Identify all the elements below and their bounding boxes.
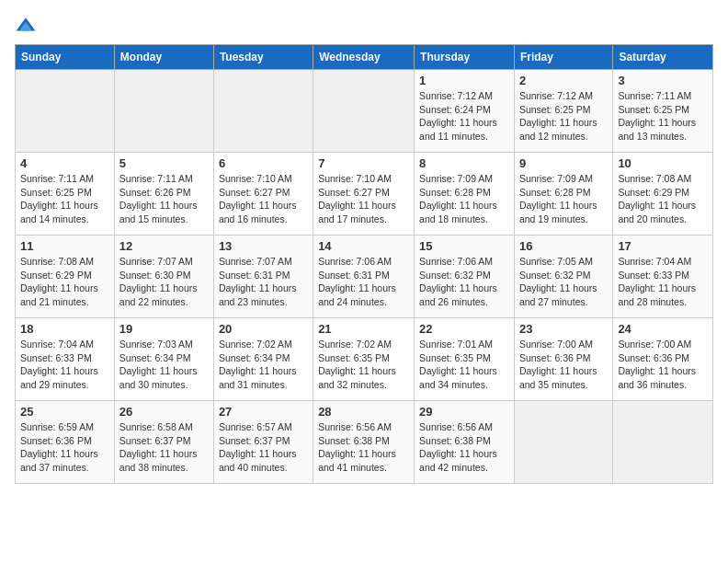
day-number: 26 <box>119 405 209 419</box>
day-info: Sunrise: 7:08 AM Sunset: 6:29 PM Dayligh… <box>20 255 109 309</box>
day-cell: 2Sunrise: 7:12 AM Sunset: 6:25 PM Daylig… <box>514 70 612 153</box>
week-row-3: 11Sunrise: 7:08 AM Sunset: 6:29 PM Dayli… <box>16 236 713 318</box>
day-cell: 26Sunrise: 6:58 AM Sunset: 6:37 PM Dayli… <box>114 401 213 484</box>
day-info: Sunrise: 7:03 AM Sunset: 6:34 PM Dayligh… <box>119 338 209 392</box>
day-info: Sunrise: 7:09 AM Sunset: 6:28 PM Dayligh… <box>519 172 608 226</box>
day-number: 24 <box>618 322 708 336</box>
day-number: 19 <box>119 322 209 336</box>
day-number: 21 <box>318 322 409 336</box>
day-number: 18 <box>20 322 109 336</box>
day-number: 3 <box>618 74 708 87</box>
day-info: Sunrise: 7:11 AM Sunset: 6:25 PM Dayligh… <box>20 172 109 226</box>
day-number: 13 <box>219 239 308 253</box>
day-info: Sunrise: 6:59 AM Sunset: 6:36 PM Dayligh… <box>20 420 109 475</box>
day-number: 15 <box>419 239 509 253</box>
week-row-4: 18Sunrise: 7:04 AM Sunset: 6:33 PM Dayli… <box>16 318 713 401</box>
calendar-header: SundayMondayTuesdayWednesdayThursdayFrid… <box>16 45 713 70</box>
day-info: Sunrise: 7:04 AM Sunset: 6:33 PM Dayligh… <box>618 255 708 309</box>
day-info: Sunrise: 7:12 AM Sunset: 6:24 PM Dayligh… <box>419 89 509 144</box>
page-header <box>15 15 713 37</box>
day-cell: 13Sunrise: 7:07 AM Sunset: 6:31 PM Dayli… <box>213 236 313 318</box>
day-number: 28 <box>318 405 409 419</box>
day-number: 29 <box>419 405 509 419</box>
col-header-saturday: Saturday <box>613 45 713 70</box>
day-cell: 16Sunrise: 7:05 AM Sunset: 6:32 PM Dayli… <box>514 236 612 318</box>
day-number: 27 <box>219 405 308 419</box>
day-number: 20 <box>219 322 308 336</box>
calendar-table: SundayMondayTuesdayWednesdayThursdayFrid… <box>15 44 713 484</box>
day-cell: 28Sunrise: 6:56 AM Sunset: 6:38 PM Dayli… <box>313 401 415 484</box>
day-cell: 7Sunrise: 7:10 AM Sunset: 6:27 PM Daylig… <box>313 153 415 236</box>
col-header-tuesday: Tuesday <box>213 45 313 70</box>
day-cell: 17Sunrise: 7:04 AM Sunset: 6:33 PM Dayli… <box>613 236 713 318</box>
day-cell: 1Sunrise: 7:12 AM Sunset: 6:24 PM Daylig… <box>415 70 515 153</box>
day-cell: 14Sunrise: 7:06 AM Sunset: 6:31 PM Dayli… <box>313 236 415 318</box>
day-number: 22 <box>419 322 509 336</box>
day-info: Sunrise: 7:06 AM Sunset: 6:31 PM Dayligh… <box>318 255 409 309</box>
day-info: Sunrise: 6:58 AM Sunset: 6:37 PM Dayligh… <box>119 420 209 475</box>
day-number: 25 <box>20 405 109 419</box>
day-number: 1 <box>419 74 509 87</box>
day-number: 12 <box>119 239 209 253</box>
day-info: Sunrise: 7:11 AM Sunset: 6:26 PM Dayligh… <box>119 172 209 226</box>
day-cell: 23Sunrise: 7:00 AM Sunset: 6:36 PM Dayli… <box>514 318 612 401</box>
col-header-monday: Monday <box>114 45 213 70</box>
day-number: 9 <box>519 156 608 170</box>
day-cell: 4Sunrise: 7:11 AM Sunset: 6:25 PM Daylig… <box>16 153 115 236</box>
day-cell: 5Sunrise: 7:11 AM Sunset: 6:26 PM Daylig… <box>114 153 213 236</box>
day-number: 4 <box>20 156 109 170</box>
day-info: Sunrise: 7:01 AM Sunset: 6:35 PM Dayligh… <box>419 338 509 392</box>
day-info: Sunrise: 7:02 AM Sunset: 6:35 PM Dayligh… <box>318 338 409 392</box>
day-number: 17 <box>618 239 708 253</box>
day-cell <box>514 401 612 484</box>
day-info: Sunrise: 6:56 AM Sunset: 6:38 PM Dayligh… <box>419 420 509 475</box>
day-info: Sunrise: 7:07 AM Sunset: 6:31 PM Dayligh… <box>219 255 308 309</box>
day-cell: 20Sunrise: 7:02 AM Sunset: 6:34 PM Dayli… <box>213 318 313 401</box>
day-number: 5 <box>119 156 209 170</box>
day-cell <box>213 70 313 153</box>
col-header-thursday: Thursday <box>415 45 515 70</box>
day-info: Sunrise: 7:08 AM Sunset: 6:29 PM Dayligh… <box>618 172 708 226</box>
day-cell <box>613 401 713 484</box>
day-info: Sunrise: 7:04 AM Sunset: 6:33 PM Dayligh… <box>20 338 109 392</box>
logo-icon <box>15 15 37 37</box>
day-cell: 21Sunrise: 7:02 AM Sunset: 6:35 PM Dayli… <box>313 318 415 401</box>
day-info: Sunrise: 7:10 AM Sunset: 6:27 PM Dayligh… <box>318 172 409 226</box>
day-number: 11 <box>20 239 109 253</box>
day-info: Sunrise: 6:56 AM Sunset: 6:38 PM Dayligh… <box>318 420 409 475</box>
day-info: Sunrise: 7:05 AM Sunset: 6:32 PM Dayligh… <box>519 255 608 309</box>
day-cell: 11Sunrise: 7:08 AM Sunset: 6:29 PM Dayli… <box>16 236 115 318</box>
day-info: Sunrise: 7:07 AM Sunset: 6:30 PM Dayligh… <box>119 255 209 309</box>
day-info: Sunrise: 7:00 AM Sunset: 6:36 PM Dayligh… <box>519 338 608 392</box>
day-cell: 29Sunrise: 6:56 AM Sunset: 6:38 PM Dayli… <box>415 401 515 484</box>
day-info: Sunrise: 7:12 AM Sunset: 6:25 PM Dayligh… <box>519 89 608 144</box>
day-cell: 24Sunrise: 7:00 AM Sunset: 6:36 PM Dayli… <box>613 318 713 401</box>
day-cell: 12Sunrise: 7:07 AM Sunset: 6:30 PM Dayli… <box>114 236 213 318</box>
day-number: 16 <box>519 239 608 253</box>
day-cell: 18Sunrise: 7:04 AM Sunset: 6:33 PM Dayli… <box>16 318 115 401</box>
day-number: 6 <box>219 156 308 170</box>
day-info: Sunrise: 7:00 AM Sunset: 6:36 PM Dayligh… <box>618 338 708 392</box>
day-cell: 19Sunrise: 7:03 AM Sunset: 6:34 PM Dayli… <box>114 318 213 401</box>
day-cell <box>16 70 115 153</box>
day-number: 14 <box>318 239 409 253</box>
day-cell: 9Sunrise: 7:09 AM Sunset: 6:28 PM Daylig… <box>514 153 612 236</box>
week-row-5: 25Sunrise: 6:59 AM Sunset: 6:36 PM Dayli… <box>16 401 713 484</box>
day-cell: 3Sunrise: 7:11 AM Sunset: 6:25 PM Daylig… <box>613 70 713 153</box>
day-cell: 15Sunrise: 7:06 AM Sunset: 6:32 PM Dayli… <box>415 236 515 318</box>
col-header-wednesday: Wednesday <box>313 45 415 70</box>
week-row-1: 1Sunrise: 7:12 AM Sunset: 6:24 PM Daylig… <box>16 70 713 153</box>
day-info: Sunrise: 7:02 AM Sunset: 6:34 PM Dayligh… <box>219 338 308 392</box>
week-row-2: 4Sunrise: 7:11 AM Sunset: 6:25 PM Daylig… <box>16 153 713 236</box>
col-header-friday: Friday <box>514 45 612 70</box>
day-number: 8 <box>419 156 509 170</box>
day-cell: 10Sunrise: 7:08 AM Sunset: 6:29 PM Dayli… <box>613 153 713 236</box>
day-cell: 22Sunrise: 7:01 AM Sunset: 6:35 PM Dayli… <box>415 318 515 401</box>
day-info: Sunrise: 7:09 AM Sunset: 6:28 PM Dayligh… <box>419 172 509 226</box>
logo <box>15 15 40 37</box>
day-number: 2 <box>519 74 608 87</box>
day-cell <box>114 70 213 153</box>
day-number: 10 <box>618 156 708 170</box>
day-info: Sunrise: 7:10 AM Sunset: 6:27 PM Dayligh… <box>219 172 308 226</box>
day-number: 23 <box>519 322 608 336</box>
